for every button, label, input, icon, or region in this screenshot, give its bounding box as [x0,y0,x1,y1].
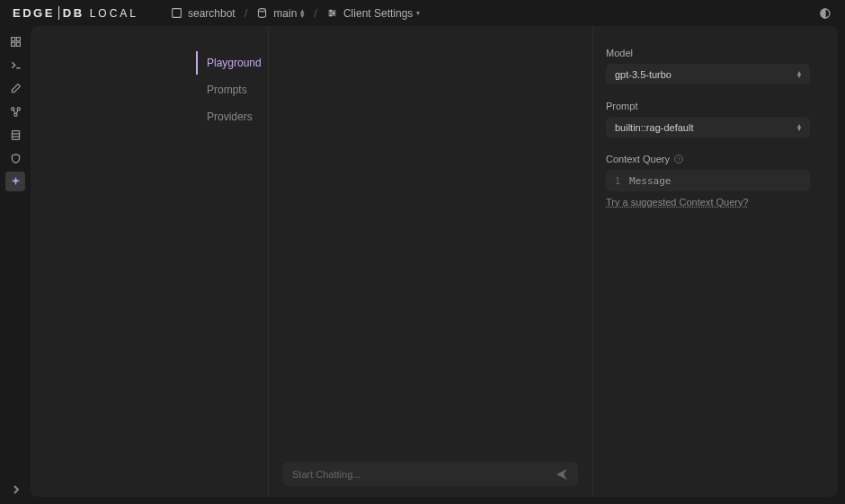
svg-rect-0 [173,9,182,18]
svg-point-7 [330,14,332,16]
context-query-input[interactable]: 1 Message [606,170,810,191]
nav-prompts[interactable]: Prompts [196,78,268,102]
svg-rect-10 [16,37,20,40]
theme-toggle[interactable] [818,6,832,21]
nav-providers[interactable]: Providers [196,105,268,128]
chat-input[interactable] [292,469,555,480]
breadcrumb-project[interactable]: searchbot [171,7,236,20]
nav-playground[interactable]: Playground [196,51,268,75]
logo-local: LOCAL [90,7,138,20]
breadcrumb-sep: / [314,6,317,20]
settings-panel: Model gpt-3.5-turbo ▴▾ Prompt builtin::r… [593,26,832,497]
select-arrows-icon: ▴▾ [797,71,801,78]
setting-context-query: Context Query ? 1 Message Try a suggeste… [606,154,810,209]
model-value: gpt-3.5-turbo [615,69,672,80]
breadcrumb-branch[interactable]: main ▴▾ [256,7,305,20]
svg-rect-11 [11,42,14,46]
logo-divider [58,6,59,20]
breadcrumb-sep: / [245,6,248,20]
svg-point-6 [333,13,334,14]
suggest-context-query-link[interactable]: Try a suggested Context Query? [606,197,749,208]
svg-point-5 [330,10,332,12]
svg-point-1 [259,9,266,12]
select-arrows-icon: ▴▾ [797,124,801,131]
svg-rect-9 [11,37,14,40]
header: EDGE DB LOCAL searchbot / main ▴▾ / [0,0,845,26]
bottom-bar [9,482,23,497]
logo-text-2: DB [63,6,84,20]
rail-auth[interactable] [5,148,25,168]
send-button[interactable] [555,467,569,482]
sidebar-nav: Playground Prompts Providers [196,51,268,132]
prompt-select[interactable]: builtin::rag-default ▴▾ [606,117,810,137]
setting-model: Model gpt-3.5-turbo ▴▾ [606,48,810,84]
settings-icon [326,7,338,19]
breadcrumb-page-label: Client Settings [343,7,413,20]
rail-dashboard[interactable] [5,31,25,51]
svg-rect-18 [12,130,19,139]
model-label: Model [606,48,810,58]
logo-text-1: EDGE [13,6,55,20]
svg-line-16 [13,110,15,113]
breadcrumb-branch-label: main [273,7,297,20]
secondary-sidebar: Playground Prompts Providers [31,26,268,497]
prompt-value: builtin::rag-default [615,122,693,133]
database-icon [171,7,182,19]
rail-edit[interactable] [5,78,25,98]
logo: EDGE DB LOCAL [13,6,138,20]
model-select[interactable]: gpt-3.5-turbo ▴▾ [606,64,810,84]
breadcrumb: searchbot / main ▴▾ / Client Settings ▾ [171,6,420,20]
branch-icon [256,7,268,19]
rail-data[interactable] [5,125,25,145]
setting-prompt: Prompt builtin::rag-default ▴▾ [606,101,810,137]
info-icon[interactable]: ? [674,155,683,164]
content-panel: Playground Prompts Providers Model [31,26,838,497]
rail-terminal[interactable] [5,55,25,75]
rail-ai[interactable] [5,172,25,191]
context-query-label-text: Context Query [606,154,670,164]
context-query-label: Context Query ? [606,154,810,164]
chevron-down-icon: ▾ [416,9,420,17]
prompt-label: Prompt [606,101,810,111]
svg-rect-12 [16,42,20,46]
chat-area [268,26,593,497]
breadcrumb-page[interactable]: Client Settings ▾ [326,7,420,20]
breadcrumb-project-label: searchbot [188,7,236,20]
rail-schema[interactable] [5,102,25,121]
icon-rail [0,26,31,504]
context-query-value: Message [629,175,671,187]
main-layout: Playground Prompts Providers Model [0,26,845,504]
svg-point-15 [13,113,16,116]
header-left: EDGE DB LOCAL searchbot / main ▴▾ / [13,6,420,20]
chat-input-wrap [283,451,578,497]
chat-messages [283,26,578,451]
line-number: 1 [606,176,629,186]
svg-line-17 [16,110,18,113]
collapse-sidebar-button[interactable] [9,482,23,497]
chat-input-container [283,462,578,486]
updown-icon: ▴▾ [300,9,305,16]
